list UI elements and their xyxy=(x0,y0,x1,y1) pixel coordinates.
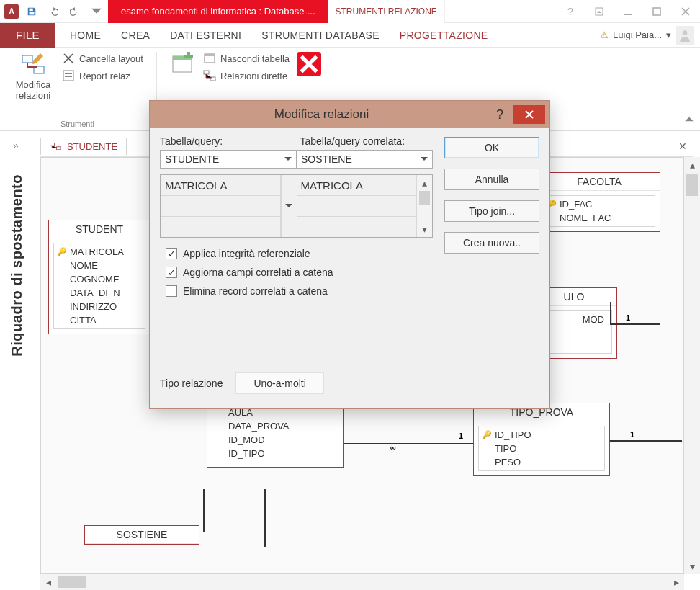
combo-table-right[interactable]: SOSTIENE xyxy=(296,150,433,169)
cmd-label: Modifica relazioni xyxy=(12,79,55,101)
field-cell-left[interactable]: MATRICOLA xyxy=(161,175,280,196)
cmd-nascondi-tabella[interactable]: Nascondi tabella xyxy=(203,52,290,65)
close-icon[interactable] xyxy=(671,0,700,23)
combo-value: STUDENTE xyxy=(165,153,219,165)
maximize-icon[interactable] xyxy=(642,0,671,23)
tab-strumenti-database[interactable]: STRUMENTI DATABASE xyxy=(251,23,390,48)
table-field: 🔑ID_TIPO xyxy=(479,428,604,442)
window-title: esame fondamenti di informatica : Databa… xyxy=(108,0,328,23)
scroll-down-icon[interactable]: ▾ xyxy=(684,558,700,574)
checkbox-cascade-delete[interactable]: Elimina record correlati a catena xyxy=(166,285,433,297)
table-tipo-prova[interactable]: TIPO_PROVA 🔑ID_TIPO TIPO PESO xyxy=(473,403,610,476)
field-mapping-grid[interactable]: MATRICOLA MATRICOLA ▴ ▾ xyxy=(160,174,433,238)
avatar-icon xyxy=(676,26,694,45)
scroll-thumb[interactable] xyxy=(419,191,430,205)
tab-dati-esterni[interactable]: DATI ESTERNI xyxy=(160,23,251,48)
tab-file[interactable]: FILE xyxy=(0,23,55,48)
edit-relationships-dialog: Modifica relazioni ? Tabella/query: Tabe… xyxy=(149,100,550,409)
vertical-scrollbar[interactable]: ▴ ▾ xyxy=(684,157,700,574)
table-title: SOSTIENE xyxy=(85,526,199,544)
grid-scrollbar[interactable]: ▴ ▾ xyxy=(416,175,432,237)
field-cell-empty[interactable] xyxy=(161,217,280,238)
scroll-up-icon[interactable]: ▴ xyxy=(684,157,700,173)
relationship-line xyxy=(344,443,473,444)
create-new-button[interactable]: Crea nuova.. xyxy=(444,232,539,254)
nav-pane-expand[interactable]: » xyxy=(7,135,24,156)
tab-progettazione[interactable]: PROGETTAZIONE xyxy=(390,23,498,48)
dialog-title: Modifica relazioni xyxy=(154,107,489,122)
relationships-icon xyxy=(50,143,61,150)
scroll-thumb[interactable] xyxy=(686,174,698,196)
checkbox-cascade-update[interactable]: Aggiorna campi correlati a catena xyxy=(166,267,433,278)
field-dropdown-icon[interactable] xyxy=(281,175,297,237)
cmd-label: Cancella layout xyxy=(79,53,143,64)
table-title: FACOLTA xyxy=(539,173,660,191)
tab-crea[interactable]: CREA xyxy=(111,23,160,48)
table-studente[interactable]: STUDENT 🔑MATRICOLA NOME COGNOME DATA_DI_… xyxy=(48,220,151,334)
relationship-line xyxy=(610,302,611,323)
join-type-button[interactable]: Tipo join... xyxy=(444,200,539,222)
svg-rect-6 xyxy=(22,55,32,63)
cmd-modifica-relazioni[interactable]: Modifica relazioni xyxy=(12,52,55,101)
ribbon-collapse-icon[interactable] xyxy=(684,115,694,127)
qat-undo-icon[interactable] xyxy=(45,3,62,20)
chevron-down-icon xyxy=(421,156,428,163)
table-field: ID_TIPO xyxy=(212,447,338,460)
cmd-label: Report relaz xyxy=(79,71,130,81)
qat-customize-icon[interactable] xyxy=(88,3,105,20)
minimize-icon[interactable] xyxy=(614,0,642,23)
scroll-down-icon[interactable]: ▾ xyxy=(417,221,432,237)
cmd-chiudi[interactable] xyxy=(297,52,321,82)
cardinality-many: ∞ xyxy=(390,443,396,452)
svg-rect-18 xyxy=(57,147,61,150)
table-sostiene[interactable]: SOSTIENE xyxy=(84,525,199,545)
dialog-close-button[interactable] xyxy=(513,105,545,124)
label-table-query: Tabella/query: xyxy=(160,135,293,147)
report-icon xyxy=(62,69,75,82)
help-icon[interactable]: ? xyxy=(556,0,585,23)
svg-rect-0 xyxy=(30,8,33,11)
user-area[interactable]: ⚠ Luigi Paia... ▾ xyxy=(600,26,700,45)
scroll-right-icon[interactable]: ▸ xyxy=(668,574,684,590)
qat-save-icon[interactable] xyxy=(23,3,40,20)
horizontal-scrollbar[interactable]: ◂ ▸ xyxy=(40,574,684,590)
dialog-titlebar[interactable]: Modifica relazioni ? xyxy=(150,101,549,128)
cmd-report-relazioni[interactable]: Report relaz xyxy=(62,69,143,82)
cmd-label: Nascondi tabella xyxy=(220,53,290,64)
cancel-button[interactable]: Annulla xyxy=(444,169,539,190)
scroll-left-icon[interactable]: ◂ xyxy=(40,574,56,590)
cardinality-one: 1 xyxy=(630,430,634,439)
scroll-thumb[interactable] xyxy=(58,576,86,588)
field-cell-empty[interactable] xyxy=(297,217,416,238)
key-icon: 🔑 xyxy=(482,430,492,439)
field-cell-empty[interactable] xyxy=(297,196,416,217)
checkbox-label: Elimina record correlati a catena xyxy=(183,285,328,297)
doc-tab-close-icon[interactable]: ✕ xyxy=(673,136,693,156)
cmd-cancella-layout[interactable]: Cancella layout xyxy=(62,52,143,65)
tab-home[interactable]: HOME xyxy=(60,23,111,48)
dialog-help-icon[interactable]: ? xyxy=(489,107,511,122)
cmd-show-table[interactable] xyxy=(170,52,196,82)
checkbox-enforce-integrity[interactable]: Applica integrità referenziale xyxy=(166,248,433,259)
ok-button[interactable]: OK xyxy=(444,137,539,158)
qat-redo-icon[interactable] xyxy=(66,3,84,20)
table-facolta[interactable]: FACOLTA 🔑ID_FAC NOME_FAC xyxy=(538,172,660,232)
doc-tab-studente[interactable]: STUDENTE xyxy=(40,138,127,155)
table-field: TIPO xyxy=(479,442,604,455)
table-field: NOME xyxy=(54,259,145,272)
scroll-up-icon[interactable]: ▴ xyxy=(417,175,432,191)
checkbox-icon xyxy=(166,248,177,259)
relationship-type-value: Uno-a-molti xyxy=(235,372,323,394)
label-table-query-related: Tabella/query correlata: xyxy=(300,135,434,147)
combo-table-left[interactable]: STUDENTE xyxy=(160,150,296,169)
checkbox-label: Aggiorna campi correlati a catena xyxy=(183,267,333,278)
field-cell-empty[interactable] xyxy=(161,196,280,217)
table-field: PESO xyxy=(479,455,604,469)
table-title: STUDENT xyxy=(49,220,150,238)
direct-relations-icon xyxy=(203,69,216,82)
field-cell-right[interactable]: MATRICOLA xyxy=(297,175,416,196)
cmd-relazioni-dirette[interactable]: Relazioni dirette xyxy=(203,69,290,82)
svg-point-5 xyxy=(683,30,688,35)
chevron-down-icon: ▾ xyxy=(666,30,671,40)
ribbon-display-options-icon[interactable] xyxy=(585,0,614,23)
